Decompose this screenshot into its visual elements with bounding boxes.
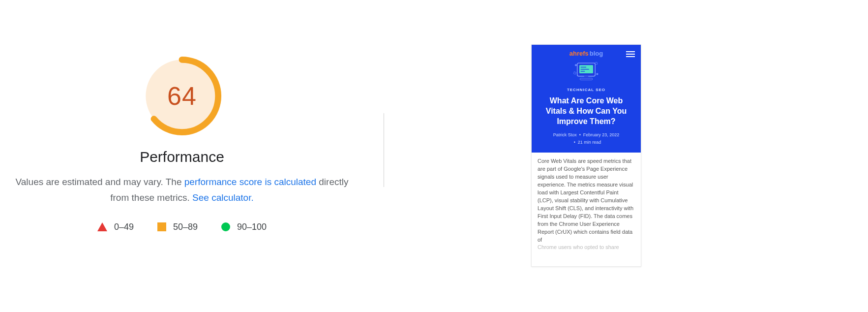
preview-hero: ahrefsblog [532,45,641,153]
preview-headline: What Are Core Web Vitals & How Can You I… [539,96,633,126]
preview-body-text: Core Web Vitals are speed metrics that a… [538,158,633,242]
performance-desc-text: Values are estimated and may vary. The [16,177,184,187]
legend-range-pass: 90–100 [237,222,267,232]
legend-item-average: 50–89 [157,222,198,232]
svg-rect-8 [580,78,592,80]
circle-green-icon [221,222,230,231]
device-illustration-icon [572,60,600,85]
preview-date: February 23, 2022 [583,132,620,137]
performance-gauge: 64 [140,54,224,138]
preview-meta: Patrick StoxFebruary 23, 2022 21 min rea… [538,131,635,146]
triangle-red-icon [97,222,107,231]
score-legend: 0–49 50–89 90–100 [0,222,364,232]
svg-rect-12 [595,62,598,64]
legend-range-average: 50–89 [173,222,198,232]
logo-section-text: blog [590,50,603,57]
preview-author: Patrick Stox [553,132,577,137]
square-amber-icon [157,222,166,231]
performance-score-value: 64 [140,54,224,138]
performance-description: Values are estimated and may vary. The p… [15,174,349,206]
page-screenshot-preview: ahrefsblog [531,44,641,267]
preview-body-fade: Chrome users who opted to share [538,244,635,251]
svg-point-10 [596,73,598,75]
hamburger-menu-icon [626,50,635,59]
preview-logo: ahrefsblog [569,50,603,57]
lighthouse-report-section: 64 Performance Values are estimated and … [0,0,868,312]
svg-rect-7 [584,76,588,78]
svg-rect-11 [573,72,576,74]
svg-point-9 [575,64,577,66]
preview-article-body: Core Web Vitals are speed metrics that a… [532,153,641,251]
legend-item-pass: 90–100 [221,222,267,232]
preview-category: TECHNICAL SEO [538,88,635,92]
performance-score-calc-link[interactable]: performance score is calculated [184,177,316,187]
see-calculator-link[interactable]: See calculator. [192,192,254,203]
performance-title: Performance [0,149,364,165]
preview-read-time: 21 min read [578,140,601,145]
legend-range-fail: 0–49 [114,222,134,232]
logo-brand-text: ahrefs [569,50,589,57]
vertical-divider [384,113,384,187]
performance-panel: 64 Performance Values are estimated and … [0,54,364,232]
legend-item-fail: 0–49 [97,222,134,232]
